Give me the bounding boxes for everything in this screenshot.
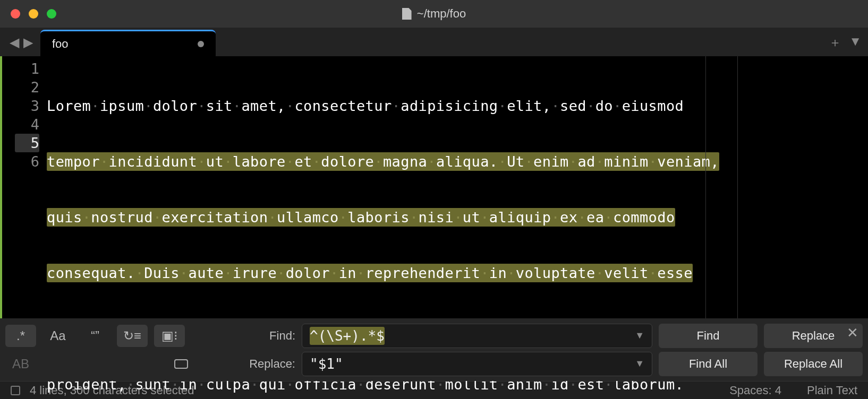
wrap-guide — [737, 56, 738, 318]
nav-back-button[interactable]: ◀ — [8, 34, 20, 51]
window-minimize-button[interactable] — [29, 9, 38, 19]
tab-dirty-indicator-icon — [198, 41, 204, 47]
tab-dropdown-button[interactable]: ▼ — [849, 34, 862, 51]
find-all-button[interactable]: Find All — [659, 352, 758, 376]
regex-toggle[interactable]: .* — [5, 325, 36, 347]
line-number[interactable]: 3 — [15, 97, 39, 115]
tab-controls: ＋ ▼ — [829, 34, 862, 51]
window-title: ~/tmp/foo — [402, 7, 466, 21]
find-input-wrap[interactable]: ^(\S+).*$ ▼ — [302, 324, 652, 348]
find-replace-panel: ✕ .* Aa “” ↻≡ ▣⁝ Find: ^(\S+).*$ ▼ Find … — [0, 318, 868, 381]
new-tab-button[interactable]: ＋ — [829, 34, 841, 51]
tab-nav: ◀ ▶ — [8, 34, 34, 51]
wrap-toggle[interactable]: ↻≡ — [117, 325, 148, 347]
line-number[interactable]: 2 — [15, 78, 39, 97]
tab-label: foo — [52, 37, 69, 51]
code-line[interactable]: quis·nostrud·exercitation·ullamco·labori… — [47, 208, 868, 227]
editor[interactable]: 1 2 3 4 5 6 Lorem·ipsum·dolor·sit·amet,·… — [0, 56, 868, 318]
rectangle-icon — [174, 359, 188, 369]
replace-history-dropdown[interactable]: ▼ — [635, 358, 644, 369]
code-line[interactable]: Lorem·ipsum·dolor·sit·amet,·consectetur·… — [47, 97, 868, 115]
window-close-button[interactable] — [11, 9, 20, 19]
line-number[interactable]: 6 — [15, 152, 39, 171]
line-number[interactable]: 1 — [15, 59, 39, 78]
case-sensitive-toggle[interactable]: Aa — [42, 325, 73, 347]
line-number[interactable]: 4 — [15, 115, 39, 134]
window-maximize-button[interactable] — [47, 9, 56, 19]
file-icon — [402, 8, 412, 20]
code-line[interactable]: consequat.·Duis·aute·irure·dolor·in·repr… — [47, 264, 868, 282]
status-icon[interactable] — [11, 386, 20, 395]
wrap-guide — [705, 56, 706, 318]
close-panel-button[interactable]: ✕ — [847, 325, 858, 341]
title-bar: ~/tmp/foo — [0, 0, 868, 28]
traffic-lights — [11, 9, 56, 19]
whole-word-toggle[interactable]: “” — [80, 325, 110, 347]
preserve-case-toggle[interactable]: AB — [5, 353, 36, 375]
code-line[interactable]: tempor·incididunt·ut·labore·et·dolore·ma… — [47, 152, 868, 171]
replace-label: Replace: — [242, 357, 295, 371]
tab-foo[interactable]: foo — [40, 30, 216, 56]
highlight-matches-toggle[interactable] — [166, 353, 197, 375]
find-button[interactable]: Find — [659, 324, 758, 348]
gutter: 1 2 3 4 5 6 — [2, 56, 47, 318]
replace-input[interactable]: "$1" — [310, 356, 635, 372]
find-input[interactable]: ^(\S+).*$ — [310, 328, 635, 344]
nav-forward-button[interactable]: ▶ — [22, 34, 34, 51]
tab-bar: ◀ ▶ foo ＋ ▼ — [0, 28, 868, 56]
code-area[interactable]: Lorem·ipsum·dolor·sit·amet,·consectetur·… — [47, 56, 868, 318]
replace-all-button[interactable]: Replace All — [764, 352, 863, 376]
line-number[interactable]: 5 — [15, 134, 39, 152]
window-title-text: ~/tmp/foo — [417, 7, 466, 21]
in-selection-toggle[interactable]: ▣⁝ — [154, 325, 185, 347]
find-history-dropdown[interactable]: ▼ — [635, 330, 644, 341]
replace-input-wrap[interactable]: "$1" ▼ — [302, 352, 652, 376]
find-label: Find: — [242, 329, 295, 343]
